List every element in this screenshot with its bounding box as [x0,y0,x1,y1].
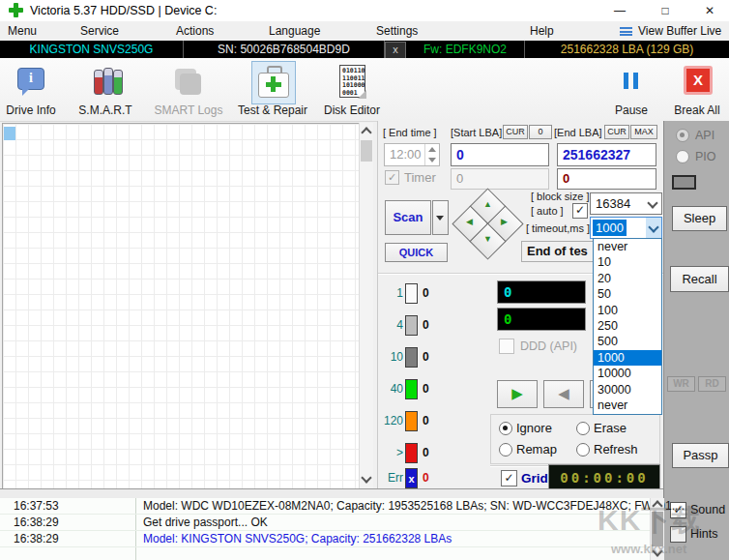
ddd-checkbox [499,339,514,354]
timeout-option[interactable]: 1000 [594,350,661,366]
start-zero-button[interactable]: 0 [529,125,552,139]
log-row: 16:38:29 Model: KINGSTON SNVS250G; Capac… [0,531,650,547]
combo-arrow-area[interactable] [646,218,661,238]
menu-item-view-buffer-live[interactable]: View Buffer Live [634,23,725,40]
device-capacity: 251662328 LBA (129 GB) [525,41,729,58]
play-button[interactable]: ▶ [497,380,538,408]
speed-color-block [405,347,418,368]
speed-row: 1 0 [378,283,494,303]
nav-up-icon: ▲ [483,199,492,209]
refresh-radio[interactable] [576,443,590,457]
scan-button[interactable]: Scan [385,200,431,235]
scroll-down-icon[interactable] [361,472,371,483]
passp-button[interactable]: Passp [672,443,729,468]
timeout-option[interactable]: 250 [594,318,661,334]
start-lba-input[interactable]: 0 [451,143,549,166]
speed-color-block [405,283,418,304]
drive-info-icon: i [12,63,50,102]
drive-info-button[interactable]: i Drive Info [4,61,58,117]
smart-logs-button: SMART Logs [153,61,224,117]
map-scrollbar[interactable] [359,123,373,488]
timeout-option[interactable]: 100 [594,303,661,318]
log-row: 16:38:29 Get drive passport... OK [0,515,650,531]
speed-count: 0 [423,286,429,300]
elapsed-time-lcd: 00:00:00 [548,464,660,491]
scan-dropdown-button[interactable] [432,200,449,235]
minimize-button[interactable]: — [605,0,634,21]
scroll-up-icon[interactable] [361,127,371,137]
speed-row: 120 0 [378,411,494,430]
menu-item-help[interactable]: Help [526,23,558,40]
timeout-option[interactable]: 500 [594,334,661,349]
speed-color-block [405,443,418,463]
remap-label: Remap [516,442,557,457]
menu-item-service[interactable]: Service [76,23,123,40]
sleep-button[interactable]: Sleep [672,206,727,231]
remap-radio[interactable] [499,443,512,457]
menu-item-actions[interactable]: Actions [172,23,218,40]
error-count-input: 0 [557,168,656,190]
end-lba-input[interactable]: 251662327 [557,143,656,166]
menu-item-menu[interactable]: Menu [4,23,41,40]
erase-radio[interactable] [576,422,590,435]
spinner-arrows[interactable] [424,144,439,165]
dropdown-arrow-icon [436,216,444,221]
pause-button[interactable]: Pause [607,61,656,117]
speed-label: 1 [396,286,403,300]
recall-button[interactable]: Recall [670,266,729,292]
speed-label: 4 [396,318,403,332]
test-control-panel: [ End time ] [Start LBA] CUR 0 [End LBA]… [377,121,664,498]
victoria-app-window: Victoria 5.37 HDD/SSD | Device C: — □ ✕ … [0,0,729,560]
nav-down-icon: ▼ [483,234,492,244]
timeout-option[interactable]: 50 [594,286,661,302]
close-button[interactable]: ✕ [695,0,724,21]
disk-editor-button[interactable]: 010110 110011 101000 0001 Disk Editor [320,61,384,117]
timeout-option[interactable]: 10000 [594,366,661,381]
end-time-spinner[interactable]: 12:00 [384,143,440,166]
activity-led [672,175,696,190]
end-time-label: [ End time ] [383,127,437,138]
speed-count: 0 [423,446,429,459]
spin-down-icon[interactable] [428,158,436,162]
grid-label: Grid [521,471,548,486]
smart-button[interactable]: S.M.A.R.T [75,61,135,117]
speed-count: 0 [423,382,429,396]
end-max-button[interactable]: MAX [630,125,657,139]
block-size-combo[interactable]: 16384 [590,192,662,215]
timer-checkbox[interactable]: ✓ [385,170,399,185]
start-cur-button[interactable]: CUR [503,125,528,139]
test-repair-button[interactable]: Test & Repair [234,61,311,117]
timeout-option[interactable]: 30000 [594,382,661,398]
speed-count: 0 [423,414,429,427]
cross-horizontal [9,8,23,13]
device-model[interactable]: KINGSTON SNVS250G [0,41,184,58]
speed-label: 120 [384,414,403,427]
bad-block-action-group: Ignore Erase Remap Refresh [490,414,660,464]
log-timestamp: 16:38:29 [14,532,59,545]
right-sidebar: API PIO Sleep Recall WR RD Passp ✓ Sound… [663,121,729,560]
speed-row: 10 0 [378,347,494,367]
quick-button[interactable]: QUICK [385,243,448,262]
break-all-button[interactable]: X Break All [669,61,725,117]
maximize-button[interactable]: □ [651,0,680,21]
scroll-thumb[interactable] [361,140,372,162]
timeout-combo[interactable]: 1000 [590,217,662,239]
end-of-test-combo[interactable]: End of tes [521,241,603,262]
ignore-radio[interactable] [499,422,512,435]
menu-item-language[interactable]: Language [265,23,324,40]
step-back-button[interactable]: ◀ [543,380,584,408]
buffer-list-icon [620,27,632,38]
watermark-url: www.kkx.net [611,542,686,556]
speed-count: 0 [423,471,429,485]
device-tab-close-button[interactable]: x [385,42,406,59]
spin-up-icon[interactable] [428,147,436,152]
end-cur-button[interactable]: CUR [604,125,629,139]
timeout-option[interactable]: 20 [594,271,661,286]
auto-checkbox[interactable]: ✓ [572,203,588,219]
menu-item-settings[interactable]: Settings [372,23,422,40]
timeout-option[interactable]: never [594,398,661,413]
navigation-diamond: ▲ ◀ ▶ ▼ [455,192,519,255]
timeout-option[interactable]: never [594,239,661,254]
grid-checkbox[interactable]: ✓ [501,470,517,486]
timeout-option[interactable]: 10 [594,254,661,270]
